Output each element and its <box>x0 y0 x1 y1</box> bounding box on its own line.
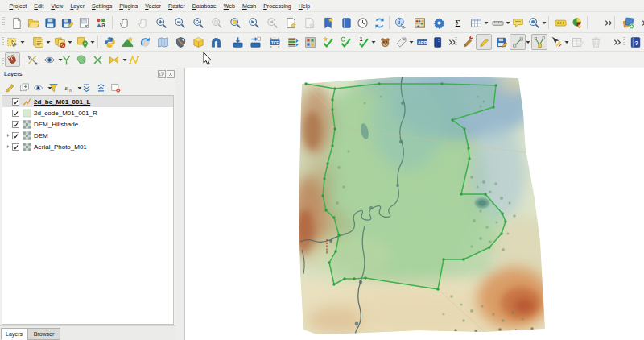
select-features-button[interactable] <box>4 34 20 50</box>
offset-curve-button[interactable] <box>126 52 142 67</box>
toolbar-overflow-2-button[interactable] <box>637 15 644 31</box>
toggle-editing-button[interactable] <box>476 34 492 50</box>
current-edits-button[interactable] <box>460 34 476 50</box>
layer-labeling-options-button[interactable] <box>552 15 568 31</box>
zoom-out-button[interactable] <box>171 15 188 31</box>
plugin-reloader-button[interactable] <box>137 34 153 50</box>
flip-line-button[interactable] <box>106 52 122 67</box>
zoom-last-button[interactable] <box>246 15 262 31</box>
layout-manager-button[interactable] <box>76 15 92 31</box>
menu-view[interactable]: View <box>47 3 67 9</box>
qpackage-export-button[interactable] <box>190 34 206 50</box>
layer-checkbox[interactable] <box>12 132 19 139</box>
menu-project[interactable]: Project <box>6 3 31 9</box>
run-tuflow-check-button[interactable] <box>337 34 353 50</box>
identify-features-button[interactable] <box>392 15 408 31</box>
pan-map-button[interactable] <box>116 15 132 31</box>
collapse-all-button[interactable] <box>94 81 108 95</box>
run-feature-action-button[interactable] <box>411 15 427 31</box>
expand-all-button[interactable] <box>80 81 93 95</box>
menu-database[interactable]: Database <box>188 3 220 9</box>
freehand-georeferencer-button[interactable] <box>155 34 171 50</box>
layer-row-2d_bc_m01_001_l[interactable]: 2d_bc_M01_001_L <box>2 96 173 107</box>
new-map-view-button[interactable] <box>283 15 299 31</box>
layer-checkbox[interactable] <box>12 98 19 106</box>
tab-browser[interactable]: Browser <box>27 328 60 340</box>
locator-search-button[interactable] <box>526 15 542 31</box>
manage-map-themes-button[interactable] <box>31 81 45 95</box>
deselect-features-button[interactable] <box>52 34 68 50</box>
menu-edit[interactable]: Edit <box>31 3 47 9</box>
select-features-by-value-button[interactable] <box>30 34 46 50</box>
layer-row-2d_code_m01_001_r[interactable]: 2d_code_M01_001_R <box>2 107 173 118</box>
menu-vector[interactable]: Vector <box>142 3 165 9</box>
arr-to-tuflow-button[interactable] <box>302 34 318 50</box>
modify-attributes-button[interactable] <box>548 34 564 50</box>
tuplot-animal-button[interactable] <box>377 34 393 50</box>
tab-layers[interactable]: Layers <box>1 328 27 340</box>
python-console-button[interactable] <box>101 34 118 50</box>
deselect-features-dropdown[interactable] <box>67 35 73 49</box>
select-features-dropdown[interactable] <box>19 35 26 49</box>
select-by-location-button[interactable] <box>74 34 90 50</box>
layer-expander[interactable] <box>4 143 12 151</box>
enable-snapping-button[interactable] <box>5 52 20 67</box>
new-spatial-bookmark-button[interactable] <box>320 15 336 31</box>
toolbar-overflow-1-button[interactable] <box>600 15 616 31</box>
run-tuflow-simulation-dropdown[interactable] <box>370 35 377 49</box>
filter-by-expression-button[interactable] <box>61 81 75 95</box>
measure-line-button[interactable] <box>489 15 506 31</box>
style-manager-button[interactable] <box>93 15 109 31</box>
insert-tuflow-attributes-button[interactable] <box>284 34 300 50</box>
toolbar-overflow-4-button[interactable] <box>609 34 625 50</box>
save-layer-edits-button[interactable] <box>493 34 510 50</box>
label-tool-button[interactable] <box>393 34 409 50</box>
processing-toolbox-button[interactable] <box>431 15 447 31</box>
save-project-button[interactable] <box>42 15 58 31</box>
open-attribute-table-button[interactable] <box>468 15 484 31</box>
show-spatial-bookmarks-button[interactable] <box>338 15 354 31</box>
import-check-files-button[interactable] <box>320 34 336 50</box>
configure-tcf-button[interactable] <box>266 34 283 50</box>
show-map-theme-button[interactable] <box>42 52 57 67</box>
layer-row-dem[interactable]: DEM <box>2 130 173 141</box>
refresh-map-button[interactable] <box>371 15 387 31</box>
layer-row-aerial_photo_m01[interactable]: Aerial_Photo_M01 <box>2 141 173 152</box>
remove-vertex-button[interactable] <box>90 52 105 67</box>
tuflow-viewer-plot-button[interactable] <box>569 15 585 31</box>
menu-layer[interactable]: Layer <box>67 3 89 9</box>
save-project-as-button[interactable] <box>59 15 75 31</box>
plugin-builder-button[interactable] <box>172 34 188 50</box>
layer-checkbox[interactable] <box>12 110 19 117</box>
menu-mesh[interactable]: Mesh <box>238 3 259 9</box>
layer-expander[interactable] <box>4 131 12 139</box>
open-project-button[interactable] <box>25 15 41 31</box>
menu-processing[interactable]: Processing <box>260 3 295 9</box>
layer-checkbox[interactable] <box>12 143 19 151</box>
temporal-controller-button[interactable] <box>354 15 370 31</box>
digitize-with-segment-button[interactable] <box>510 34 526 50</box>
avoid-overlap-button[interactable] <box>74 52 89 67</box>
open-layer-styling-button[interactable] <box>3 81 17 95</box>
add-group-button[interactable] <box>18 81 31 95</box>
increment-layer-button[interactable] <box>247 34 263 50</box>
select-by-location-dropdown[interactable] <box>89 35 96 49</box>
help-contents-button[interactable] <box>627 34 643 50</box>
show-statistical-summary-button[interactable] <box>450 15 466 31</box>
zoom-to-layer-button[interactable] <box>227 15 243 31</box>
layer-row-dem_hillshade[interactable]: DEM_Hillshade <box>2 118 173 130</box>
toolbar-overflow-3-button[interactable] <box>444 34 460 50</box>
menu-help[interactable]: Help <box>295 3 313 9</box>
map-canvas[interactable] <box>184 68 644 340</box>
new-project-button[interactable] <box>8 15 24 31</box>
select-features-by-value-dropdown[interactable] <box>45 35 52 49</box>
locator-search-dropdown[interactable] <box>541 15 547 30</box>
flag-plugin-button[interactable] <box>429 34 445 50</box>
arr-plugin-button[interactable] <box>414 34 430 50</box>
zoom-in-button[interactable] <box>153 15 169 31</box>
panel-splitter[interactable] <box>175 68 184 340</box>
open-attribute-table-dropdown[interactable] <box>483 15 489 30</box>
add-layer-stack-button[interactable] <box>620 15 636 31</box>
map-tips-button[interactable] <box>510 15 526 31</box>
menu-plugins[interactable]: Plugins <box>116 3 142 9</box>
